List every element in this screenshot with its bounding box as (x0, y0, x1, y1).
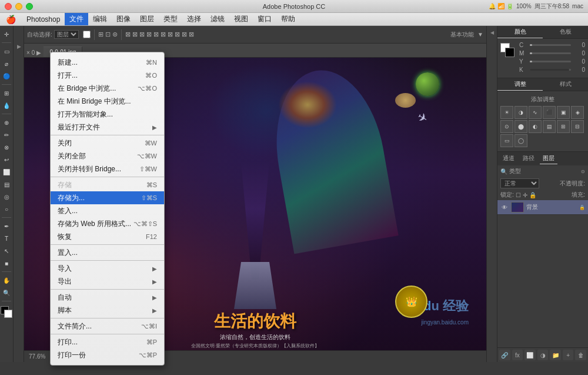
tab-paths[interactable]: 路径 (520, 153, 537, 164)
tab-color[interactable]: 颜色 (497, 26, 543, 38)
add-layer-button[interactable]: + (563, 350, 574, 360)
menu-open[interactable]: 打开... ⌘O (51, 69, 164, 82)
auto-select-checkbox[interactable] (83, 31, 91, 38)
lock-icon-1[interactable]: ☐ (516, 192, 521, 198)
tab-swatches[interactable]: 色板 (543, 26, 588, 38)
tool-eraser[interactable]: ⬜ (1, 166, 12, 178)
tool-path-select[interactable]: ↖ (1, 245, 12, 257)
tool-shape[interactable]: ■ (1, 257, 12, 269)
tool-dodge[interactable]: ○ (1, 203, 12, 215)
color-slider-m[interactable] (530, 52, 571, 54)
tool-patch[interactable]: ⊕ (1, 117, 12, 128)
maximize-button[interactable] (26, 3, 33, 10)
tool-hand[interactable]: ✋ (1, 274, 12, 286)
add-mask-button[interactable]: ⬜ (524, 350, 536, 360)
adj-colorbal[interactable]: ⊙ (500, 120, 513, 133)
minimize-button[interactable] (15, 3, 22, 10)
tab-channels[interactable]: 通道 (500, 153, 517, 164)
tool-history-brush[interactable]: ↩ (1, 154, 12, 165)
tool-gradient[interactable]: ▤ (1, 178, 12, 190)
menu-scripts[interactable]: 脚本 ▶ (51, 304, 164, 317)
tool-move[interactable]: ✛ (1, 28, 12, 40)
adj-curves[interactable]: ∿ (529, 106, 542, 119)
menu-close[interactable]: 关闭 ⌘W (51, 137, 164, 150)
add-adjustment-button[interactable]: ◑ (537, 350, 549, 360)
adj-gradient-map[interactable]: ▭ (500, 134, 513, 147)
adj-threshold[interactable]: ⊟ (571, 120, 584, 133)
background-color-swatch[interactable] (505, 48, 514, 57)
adj-bw[interactable]: ⬤ (514, 120, 527, 133)
menu-select[interactable]: 选择 (182, 13, 206, 25)
apple-menu[interactable]: 🍎 (0, 13, 22, 25)
menu-close-all[interactable]: 关闭全部 ⌥⌘W (51, 150, 164, 162)
menu-print-one[interactable]: 打印一份 ⌥⌘P (51, 349, 164, 361)
tool-brush[interactable]: ✏ (1, 129, 12, 141)
close-button[interactable] (5, 3, 12, 10)
adj-selective-color[interactable]: ◯ (514, 134, 527, 147)
menu-revert[interactable]: 恢复 F12 (51, 230, 164, 243)
menu-new[interactable]: 新建... ⌘N (51, 56, 164, 69)
delete-layer-button[interactable]: 🗑 (575, 350, 586, 360)
tool-stamp[interactable]: ⊗ (1, 141, 12, 153)
menu-file-info[interactable]: 文件简介... ⌥⌘I (51, 320, 164, 333)
tool-quick-select[interactable]: 🔵 (1, 70, 12, 82)
tool-pen[interactable]: ✒ (1, 220, 12, 232)
menu-recent[interactable]: 最近打开文件 ▶ (51, 121, 164, 134)
link-layers-button[interactable]: 🔗 (499, 350, 510, 360)
menu-save[interactable]: 存储 ⌘S (51, 178, 164, 191)
adj-contrast[interactable]: ◑ (514, 106, 527, 119)
menu-help[interactable]: 帮助 (276, 13, 300, 25)
menu-close-bridge[interactable]: 关闭并转到 Bridge... ⇧⌘W (51, 162, 164, 175)
menu-export[interactable]: 导出 ▶ (51, 275, 164, 288)
menu-image[interactable]: 图像 (112, 13, 135, 25)
menu-layer[interactable]: 图层 (135, 13, 159, 25)
menu-photoshop[interactable]: Photoshop (22, 13, 65, 25)
menu-automate[interactable]: 自动 ▶ (51, 291, 164, 304)
auto-select-dropdown[interactable]: 图层 组 (54, 30, 79, 39)
filter-toggle[interactable]: ⊙ (581, 169, 585, 174)
adj-vibrance[interactable]: ▣ (557, 106, 570, 119)
tool-eyedropper[interactable]: 💧 (1, 99, 12, 111)
lock-icon-3[interactable]: 🔒 (529, 192, 536, 198)
menu-save-web[interactable]: 存储为 Web 所用格式... ⌥⌘⇧S (51, 217, 164, 230)
blend-mode-select[interactable]: 正常 溶解 正片叠底 (500, 178, 539, 188)
left-panel-toggle[interactable]: ▶ (16, 44, 22, 49)
tab-layers[interactable]: 图层 (540, 153, 557, 164)
menu-open-smart[interactable]: 打开为智能对象... (51, 108, 164, 121)
foreground-swatch[interactable] (1, 306, 12, 318)
menu-edit[interactable]: 编辑 (88, 13, 112, 25)
menu-filter[interactable]: 滤镜 (206, 13, 229, 25)
menu-view[interactable]: 视图 (229, 13, 253, 25)
add-style-button[interactable]: fx (512, 350, 523, 360)
menu-place[interactable]: 置入... (51, 246, 164, 259)
color-slider-k[interactable] (530, 69, 571, 71)
menu-print[interactable]: 打印... ⌘P (51, 336, 164, 349)
tab-styles[interactable]: 样式 (543, 78, 588, 91)
tool-blur[interactable]: ◎ (1, 191, 12, 203)
adj-photo[interactable]: ◐ (529, 120, 542, 133)
add-group-button[interactable]: 📁 (550, 350, 561, 360)
menu-window[interactable]: 窗口 (253, 13, 276, 25)
lock-icon-2[interactable]: ✛ (523, 192, 527, 198)
adj-brightness[interactable]: ☀ (500, 106, 513, 119)
menu-import[interactable]: 导入 ▶ (51, 262, 164, 275)
color-slider-y[interactable] (530, 61, 571, 62)
tool-text[interactable]: T (1, 233, 12, 244)
menu-type[interactable]: 类型 (159, 13, 182, 25)
right-panel-toggle[interactable]: ◀ (490, 28, 494, 37)
tool-crop[interactable]: ⊞ (1, 87, 12, 99)
color-slider-c[interactable] (530, 44, 571, 46)
layer-item-background[interactable]: 👁 背景 🔒 (497, 200, 588, 215)
tool-lasso[interactable]: ⌀ (1, 58, 12, 69)
adj-posterize[interactable]: ⊞ (557, 120, 570, 133)
adj-exposure[interactable]: ⬛ (543, 106, 556, 119)
tab-adjustments[interactable]: 调整 (497, 78, 543, 91)
menu-bridge[interactable]: 在 Bridge 中浏览... ⌥⌘O (51, 82, 164, 95)
menu-checkin[interactable]: 签入... (51, 204, 164, 217)
adj-mix[interactable]: ▤ (543, 120, 556, 133)
menu-file[interactable]: 文件 (65, 13, 88, 25)
layer-visibility-icon[interactable]: 👁 (500, 204, 509, 211)
adj-hsl[interactable]: ◈ (571, 106, 584, 119)
menu-mini-bridge[interactable]: 在 Mini Bridge 中浏览... (51, 95, 164, 108)
tool-select-rect[interactable]: ▭ (1, 45, 12, 57)
